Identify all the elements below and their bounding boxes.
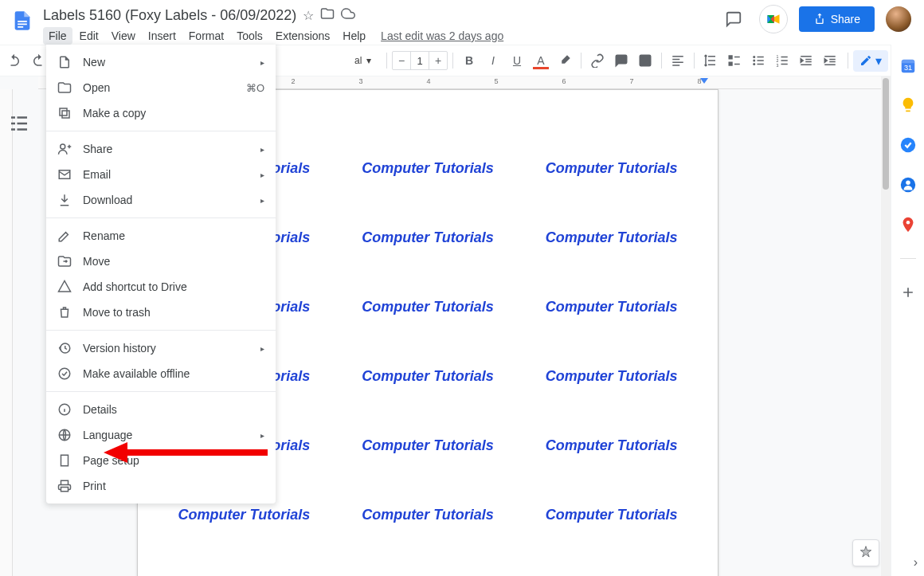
document-title[interactable]: Labels 5160 (Foxy Labels - 06/09/2022) bbox=[43, 7, 296, 24]
bold-button[interactable]: B bbox=[458, 49, 480, 72]
svg-rect-9 bbox=[729, 56, 732, 59]
person-add-icon bbox=[57, 142, 72, 156]
menu-insert[interactable]: Insert bbox=[143, 27, 182, 45]
menu-item-move[interactable]: Move bbox=[46, 249, 276, 274]
tasks-icon[interactable] bbox=[899, 135, 918, 155]
menu-item-offline[interactable]: Make available offline bbox=[46, 361, 276, 386]
menu-item-print[interactable]: Print bbox=[46, 473, 276, 499]
document-outline-button[interactable] bbox=[7, 112, 31, 135]
hide-sidepanel-button[interactable]: › bbox=[914, 555, 918, 570]
menu-item-new[interactable]: New▸ bbox=[46, 49, 276, 75]
svg-rect-18 bbox=[901, 60, 914, 64]
svg-rect-10 bbox=[729, 62, 732, 65]
menu-tools[interactable]: Tools bbox=[231, 27, 268, 45]
menu-extensions[interactable]: Extensions bbox=[270, 27, 335, 45]
contacts-icon[interactable] bbox=[899, 175, 918, 194]
keep-icon[interactable] bbox=[899, 96, 918, 115]
menu-item-page-setup[interactable]: Page setup bbox=[46, 448, 276, 473]
cloud-status-icon[interactable] bbox=[341, 6, 355, 24]
last-edit-link[interactable]: Last edit was 2 days ago bbox=[381, 29, 503, 42]
svg-marker-4 bbox=[773, 14, 779, 24]
fontsize-decrease[interactable]: − bbox=[393, 54, 410, 67]
font-select[interactable]: al▾ bbox=[350, 51, 382, 70]
fontsize-stepper[interactable]: − 1 + bbox=[392, 51, 448, 70]
account-avatar[interactable] bbox=[886, 6, 911, 32]
indent-increase-button[interactable] bbox=[819, 49, 841, 72]
comment-button[interactable] bbox=[610, 49, 632, 72]
svg-text:3: 3 bbox=[777, 63, 779, 68]
checklist-button[interactable] bbox=[723, 49, 746, 72]
link-button[interactable] bbox=[586, 49, 609, 72]
menu-item-share[interactable]: Share▸ bbox=[46, 136, 276, 162]
menu-item-version-history[interactable]: Version history▸ bbox=[46, 335, 276, 361]
maps-icon[interactable] bbox=[899, 215, 918, 234]
menu-format[interactable]: Format bbox=[183, 27, 229, 45]
add-addon-icon[interactable] bbox=[899, 283, 918, 302]
highlight-button[interactable] bbox=[554, 49, 576, 72]
numbered-list-button[interactable]: 123 bbox=[771, 49, 793, 72]
label-cell[interactable]: Computer Tutorials bbox=[524, 368, 699, 385]
menu-file[interactable]: File bbox=[43, 27, 72, 45]
comments-button[interactable] bbox=[719, 5, 748, 33]
menu-view[interactable]: View bbox=[106, 27, 141, 45]
print-icon bbox=[57, 479, 72, 493]
download-icon bbox=[57, 193, 72, 207]
calendar-icon[interactable]: 31 bbox=[899, 56, 918, 75]
label-cell[interactable]: Computer Tutorials bbox=[341, 299, 515, 315]
label-cell[interactable]: Computer Tutorials bbox=[524, 437, 699, 454]
menu-item-rename[interactable]: Rename bbox=[46, 223, 276, 249]
label-cell[interactable]: Computer Tutorials bbox=[341, 437, 515, 454]
titlebar: Labels 5160 (Foxy Labels - 06/09/2022) ☆… bbox=[0, 0, 924, 45]
menu-item-email[interactable]: Email▸ bbox=[46, 162, 276, 187]
docs-logo[interactable] bbox=[6, 5, 38, 37]
italic-button[interactable]: I bbox=[482, 49, 504, 72]
svg-point-13 bbox=[753, 63, 755, 65]
star-icon[interactable]: ☆ bbox=[303, 8, 314, 23]
label-cell[interactable]: Computer Tutorials bbox=[341, 229, 515, 246]
label-cell[interactable]: Computer Tutorials bbox=[341, 368, 515, 385]
menu-item-download[interactable]: Download▸ bbox=[46, 187, 276, 213]
label-cell[interactable]: Computer Tutorials bbox=[524, 160, 699, 177]
image-button[interactable] bbox=[634, 49, 656, 72]
meet-button[interactable] bbox=[759, 5, 788, 33]
menu-item-add-shortcut[interactable]: Add shortcut to Drive bbox=[46, 274, 276, 300]
label-cell[interactable]: Computer Tutorials bbox=[524, 507, 699, 523]
share-button[interactable]: Share bbox=[799, 6, 875, 32]
menu-item-language[interactable]: Language▸ bbox=[46, 422, 276, 448]
indent-decrease-button[interactable] bbox=[795, 49, 817, 72]
text-color-button[interactable]: A bbox=[530, 49, 552, 72]
svg-point-8 bbox=[642, 57, 644, 60]
line-spacing-button[interactable] bbox=[699, 49, 722, 72]
move-icon bbox=[57, 254, 72, 268]
label-cell[interactable]: Computer Tutorials bbox=[157, 507, 331, 523]
label-cell[interactable]: Computer Tutorials bbox=[524, 229, 699, 246]
svg-point-22 bbox=[906, 181, 910, 186]
menu-help[interactable]: Help bbox=[337, 27, 371, 45]
share-label: Share bbox=[831, 13, 860, 25]
menu-item-details[interactable]: Details bbox=[46, 397, 276, 422]
svg-point-11 bbox=[753, 56, 755, 58]
svg-rect-32 bbox=[61, 455, 69, 466]
bulleted-list-button[interactable] bbox=[747, 49, 769, 72]
side-panel: 31 › bbox=[891, 45, 924, 576]
label-cell[interactable]: Computer Tutorials bbox=[524, 299, 699, 315]
align-button[interactable] bbox=[667, 49, 689, 72]
move-folder-icon[interactable] bbox=[320, 6, 335, 24]
ruler-indent-marker[interactable] bbox=[700, 78, 708, 84]
menu-edit[interactable]: Edit bbox=[74, 27, 104, 45]
menu-item-open[interactable]: Open⌘O bbox=[46, 75, 276, 100]
vertical-ruler[interactable] bbox=[0, 89, 13, 576]
editing-mode-button[interactable]: ▾ bbox=[853, 50, 888, 72]
explore-button[interactable] bbox=[852, 539, 879, 566]
folder-icon bbox=[57, 80, 72, 95]
fontsize-increase[interactable]: + bbox=[429, 54, 447, 67]
vertical-scrollbar[interactable] bbox=[881, 76, 891, 576]
undo-button[interactable] bbox=[3, 49, 25, 72]
fontsize-value[interactable]: 1 bbox=[410, 52, 429, 69]
scrollbar-thumb[interactable] bbox=[883, 78, 889, 190]
label-cell[interactable]: Computer Tutorials bbox=[341, 507, 515, 523]
menu-item-make-copy[interactable]: Make a copy bbox=[46, 100, 276, 126]
menu-item-trash[interactable]: Move to trash bbox=[46, 300, 276, 325]
label-cell[interactable]: Computer Tutorials bbox=[341, 160, 515, 177]
underline-button[interactable]: U bbox=[506, 49, 528, 72]
